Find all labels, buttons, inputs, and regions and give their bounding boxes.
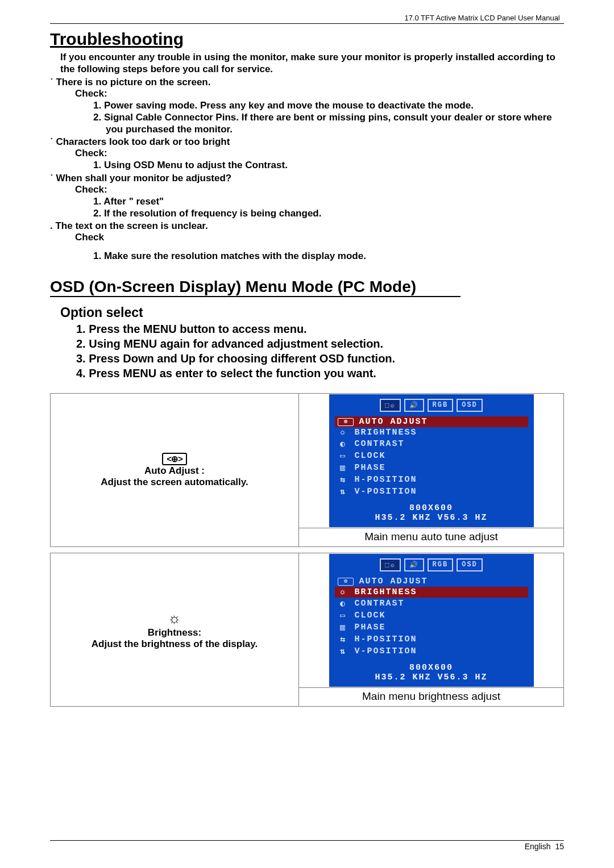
panel2-desc: Adjust the brightness of the display. [92, 639, 258, 649]
auto-adjust-row-icon: ⊕ [338, 578, 354, 586]
option-step-3: 3. Press Down and Up for choosing differ… [90, 351, 564, 366]
osd-example-table-1: <⊕> Auto Adjust : Adjust the screen auto… [50, 393, 564, 547]
osd-item-brightness: ☼BRIGHTNESS [335, 427, 528, 438]
osd-example-table-2: ☼ Brightness: Adjust the brightness of t… [50, 553, 564, 707]
osd-item-vposition: ⇅V-POSITION [335, 486, 528, 498]
panel1-desc: Adjust the screen automatically. [101, 477, 248, 487]
osd-tab-display-icon: ⬚☼ [380, 399, 400, 412]
panel2-label: Brightness: [148, 627, 201, 638]
hpos-row-icon: ⇆ [338, 634, 349, 645]
issue-4-step-1: 1. Make sure the resolution matches with… [106, 250, 564, 262]
page-footer: English 15 [50, 840, 564, 851]
troubleshooting-lead: If you encounter any trouble in using th… [60, 51, 564, 76]
issue-2-step-1: 1. Using OSD Menu to adjust the Contrast… [106, 159, 564, 171]
osd-item-hposition: ⇆H-POSITION [335, 633, 528, 645]
issue-1-step-2: 2. Signal Cable Connector Pins. If there… [106, 111, 564, 136]
issue-3-title: ˙ When shall your monitor be adjusted? [50, 173, 564, 184]
osd-item-clock: ▭CLOCK [335, 610, 528, 621]
osd-item-brightness: ☼BRIGHTNESS [335, 587, 528, 598]
issue-3-step-2: 2. If the resolution of frequency is bei… [106, 207, 564, 219]
panel1-label: Auto Adjust : [144, 465, 205, 476]
issue-1-title: ˙ There is no picture on the screen. [50, 77, 564, 88]
vpos-row-icon: ⇅ [338, 646, 349, 657]
panel1-caption: Main menu auto tune adjust [299, 528, 564, 547]
contrast-row-icon: ◐ [338, 439, 349, 449]
osd-tab-rgb: RGB [428, 399, 454, 412]
osd-resolution: 800X600 [335, 663, 528, 673]
osd-item-clock: ▭CLOCK [335, 450, 528, 462]
option-step-2: 2. Using MENU again for advanced adjustm… [90, 336, 564, 351]
troubleshooting-heading: Troubleshooting [50, 30, 564, 49]
osd-screenshot-2: ⬚☼ 🔊 RGB OSD ⊕AUTO ADJUST ☼BRIGHTNESS ◐C… [329, 554, 534, 687]
issue-4-title: . The text on the screen is unclear. [50, 220, 564, 232]
issue-4-check: Check [75, 232, 564, 243]
osd-item-phase: ▥PHASE [335, 462, 528, 474]
footer-page: 15 [555, 842, 564, 851]
option-step-4: 4. Press MENU as enter to select the fun… [90, 366, 564, 381]
osd-tab-audio-icon: 🔊 [404, 558, 424, 571]
clock-row-icon: ▭ [338, 610, 349, 621]
osd-resolution: 800X600 [335, 503, 528, 513]
hpos-row-icon: ⇆ [338, 474, 349, 485]
osd-tab-osd: OSD [457, 399, 483, 412]
phase-row-icon: ▥ [338, 462, 349, 473]
osd-frequency: H35.2 KHZ V56.3 HZ [335, 513, 528, 523]
vpos-row-icon: ⇅ [338, 486, 349, 497]
osd-item-contrast: ◐CONTRAST [335, 598, 528, 610]
osd-heading: OSD (On-Screen Display) Menu Mode (PC Mo… [50, 278, 460, 297]
issue-3-step-1: 1. After " reset" [106, 195, 564, 207]
osd-item-auto-adjust: ⊕AUTO ADJUST [335, 576, 528, 587]
osd-item-auto-adjust: ⊕AUTO ADJUST [335, 416, 528, 427]
osd-item-hposition: ⇆H-POSITION [335, 474, 528, 486]
osd-tab-display-icon: ⬚☼ [380, 558, 400, 571]
option-select-heading: Option select [60, 305, 564, 320]
osd-tab-audio-icon: 🔊 [404, 399, 424, 412]
brightness-row-icon: ☼ [338, 428, 349, 437]
osd-tab-rgb: RGB [428, 558, 454, 571]
osd-item-contrast: ◐CONTRAST [335, 438, 528, 450]
osd-screenshot-1: ⬚☼ 🔊 RGB OSD ⊕AUTO ADJUST ☼BRIGHTNESS ◐C… [329, 394, 534, 527]
auto-adjust-icon: <⊕> [162, 453, 187, 465]
auto-adjust-row-icon: ⊕ [338, 418, 354, 426]
osd-frequency: H35.2 KHZ V56.3 HZ [335, 673, 528, 682]
issue-1-check: Check: [75, 88, 564, 99]
issue-1-step-1: 1. Power saving mode. Press any key and … [106, 99, 564, 111]
clock-row-icon: ▭ [338, 450, 349, 461]
contrast-row-icon: ◐ [338, 598, 349, 609]
header-divider [50, 23, 564, 24]
option-step-1: 1. Press the MENU button to access menu. [90, 322, 564, 336]
brightness-row-icon: ☼ [338, 587, 349, 597]
osd-item-vposition: ⇅V-POSITION [335, 645, 528, 657]
doc-header: 17.0 TFT Active Matrix LCD Panel User Ma… [50, 14, 564, 22]
osd-tab-osd: OSD [457, 558, 483, 571]
footer-lang: English [525, 842, 551, 851]
issue-2-check: Check: [75, 148, 564, 159]
issue-2-title: ˙ Characters look too dark or too bright [50, 136, 564, 148]
issue-3-check: Check: [75, 184, 564, 195]
panel2-caption: Main menu brightness adjust [299, 688, 564, 707]
osd-item-phase: ▥PHASE [335, 621, 528, 633]
brightness-icon: ☼ [168, 610, 181, 627]
phase-row-icon: ▥ [338, 622, 349, 633]
